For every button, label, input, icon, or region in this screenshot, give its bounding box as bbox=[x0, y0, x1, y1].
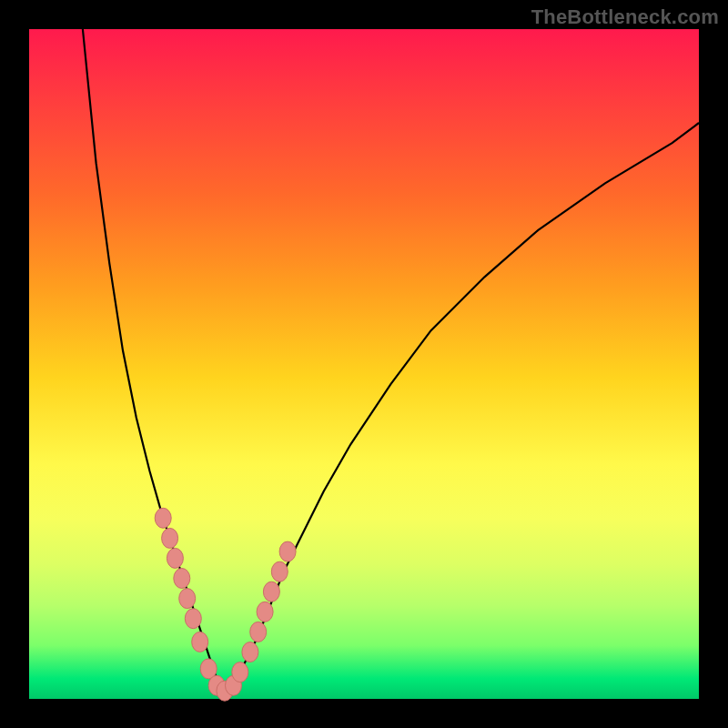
highlight-marker bbox=[232, 662, 248, 682]
highlight-marker bbox=[250, 622, 267, 642]
plot-area bbox=[29, 29, 699, 699]
chart-stage: TheBottleneck.com bbox=[0, 0, 728, 728]
curve-right-branch bbox=[223, 123, 699, 693]
highlight-marker bbox=[192, 632, 208, 652]
chart-svg bbox=[29, 29, 699, 699]
highlight-marker bbox=[271, 561, 288, 581]
highlight-marker bbox=[279, 541, 296, 561]
highlight-marker bbox=[263, 581, 279, 602]
watermark-text: TheBottleneck.com bbox=[531, 5, 719, 29]
highlight-marker bbox=[242, 642, 258, 662]
highlight-marker bbox=[257, 602, 273, 622]
highlight-markers bbox=[155, 508, 296, 701]
highlight-marker bbox=[162, 528, 178, 548]
highlight-marker bbox=[185, 609, 201, 629]
highlight-marker bbox=[174, 569, 190, 589]
highlight-marker bbox=[167, 548, 183, 568]
highlight-marker bbox=[179, 589, 196, 609]
highlight-marker bbox=[155, 508, 171, 528]
curve-left-branch bbox=[83, 29, 224, 693]
